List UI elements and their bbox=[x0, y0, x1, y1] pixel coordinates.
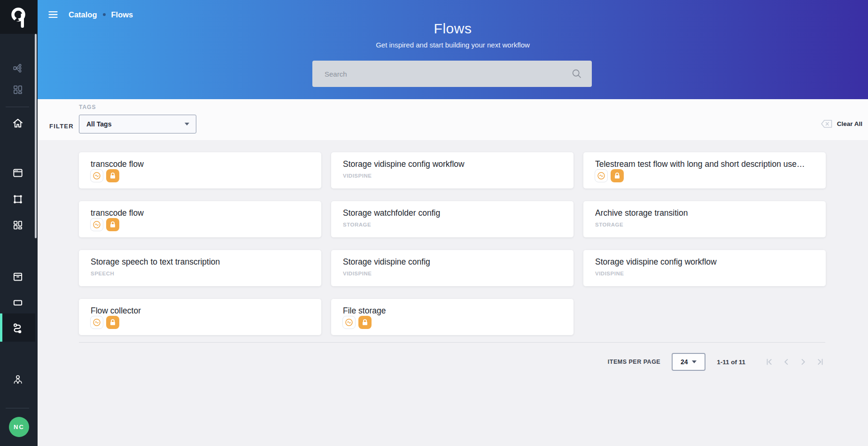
sidebar-item-layout-blocks[interactable] bbox=[0, 84, 35, 96]
users-icon bbox=[12, 373, 24, 385]
clear-all-label: Clear All bbox=[837, 120, 862, 127]
page-subtitle: Get inspired and start building your nex… bbox=[38, 41, 868, 49]
home-icon bbox=[12, 117, 24, 129]
breadcrumb-catalog[interactable]: Catalog bbox=[69, 10, 97, 19]
search-input[interactable] bbox=[312, 70, 571, 78]
archive-box-icon bbox=[12, 271, 24, 283]
page-title: Flows bbox=[38, 21, 868, 37]
flow-card-title: File storage bbox=[343, 306, 564, 316]
items-per-page-label: ITEMS PER PAGE bbox=[608, 359, 660, 365]
flows-grid: transcode flow Storage vidispine config … bbox=[79, 152, 826, 335]
tags-dropdown-value: All Tags bbox=[79, 120, 185, 128]
items-per-page-value: 24 bbox=[681, 358, 688, 366]
wave-circle-icon bbox=[90, 316, 103, 329]
filter-label: FILTER bbox=[49, 123, 74, 130]
flow-card-badges bbox=[595, 169, 624, 182]
sidebar-item-users[interactable] bbox=[0, 373, 35, 385]
route-icon bbox=[12, 321, 24, 334]
tags-dropdown[interactable]: All Tags bbox=[79, 115, 196, 133]
flow-card-tag: VIDISPINE bbox=[343, 271, 372, 276]
sidebar-divider bbox=[6, 107, 29, 107]
sidebar-item-flows-active[interactable] bbox=[0, 313, 35, 342]
sidebar-divider-bottom bbox=[6, 408, 29, 408]
flow-card[interactable]: Storage speech to text transcription SPE… bbox=[79, 250, 321, 286]
flow-card-title: Storage speech to text transcription bbox=[91, 257, 312, 267]
wave-circle-icon bbox=[90, 218, 103, 231]
next-page-button[interactable] bbox=[798, 357, 808, 367]
chevron-left-icon bbox=[782, 357, 791, 367]
sidebar-item-browser-window[interactable] bbox=[0, 167, 35, 179]
flows-catalog-page: NC Catalog Flows Flows Get inspired and … bbox=[0, 0, 868, 446]
flow-card[interactable]: transcode flow bbox=[79, 201, 321, 237]
sidebar-item-panel[interactable] bbox=[0, 297, 35, 309]
flow-card[interactable]: Storage watchfolder config STORAGE bbox=[331, 201, 574, 237]
flow-card-title: transcode flow bbox=[91, 208, 312, 218]
sidebar-item-home[interactable] bbox=[0, 117, 35, 129]
wave-circle-icon bbox=[342, 316, 356, 329]
sidebar-item-artboard[interactable] bbox=[0, 193, 35, 205]
flow-card-badges bbox=[342, 316, 372, 329]
flow-card[interactable]: Archive storage transition STORAGE bbox=[583, 201, 826, 237]
flow-card-title: Archive storage transition bbox=[595, 208, 816, 218]
pagination-bar: ITEMS PER PAGE 24 1-11 of 11 bbox=[79, 345, 825, 378]
breadcrumb-flows[interactable]: Flows bbox=[111, 10, 133, 19]
wave-circle-icon bbox=[90, 169, 103, 182]
flow-card-badges bbox=[90, 316, 119, 329]
chevron-right-icon bbox=[798, 357, 808, 367]
flow-card-tag: STORAGE bbox=[595, 222, 623, 227]
tags-label: TAGS bbox=[79, 104, 96, 110]
sidebar-item-flow-branch[interactable] bbox=[0, 62, 35, 74]
search-box bbox=[312, 61, 592, 87]
page-range-label: 1-11 of 11 bbox=[717, 359, 745, 366]
page-header: Catalog Flows Flows Get inspired and sta… bbox=[38, 0, 868, 99]
clear-all-button[interactable]: Clear All bbox=[821, 119, 862, 129]
flow-card-title: Flow collector bbox=[91, 306, 312, 316]
panel-icon bbox=[12, 297, 24, 309]
menu-icon[interactable] bbox=[47, 8, 59, 21]
sidebar-item-dashboard-blocks[interactable] bbox=[0, 219, 35, 231]
items-per-page-select[interactable]: 24 bbox=[672, 353, 705, 371]
flow-card-title: Storage watchfolder config bbox=[343, 208, 564, 218]
flow-card-title: Telestream test flow with long and short… bbox=[595, 159, 816, 169]
q-logo-icon bbox=[9, 6, 28, 28]
content-area: transcode flow Storage vidispine config … bbox=[38, 140, 868, 446]
pagination-divider bbox=[79, 342, 825, 343]
flow-card[interactable]: Flow collector bbox=[79, 299, 321, 335]
previous-page-button[interactable] bbox=[781, 357, 791, 367]
flow-card[interactable]: Telestream test flow with long and short… bbox=[583, 152, 826, 188]
flow-card[interactable]: Storage vidispine config workflow VIDISP… bbox=[331, 152, 574, 188]
flow-card-tag: STORAGE bbox=[343, 222, 371, 227]
flow-card-tag: VIDISPINE bbox=[343, 173, 372, 179]
sidebar: NC bbox=[0, 0, 38, 446]
flow-card-title: transcode flow bbox=[91, 159, 312, 169]
dashboard-blocks-icon bbox=[12, 219, 24, 231]
flow-card[interactable]: File storage bbox=[331, 299, 574, 335]
flow-card-tag: SPEECH bbox=[91, 271, 114, 276]
flow-card[interactable]: Storage vidispine config workflow VIDISP… bbox=[583, 250, 826, 286]
flow-card-title: Storage vidispine config bbox=[343, 257, 564, 267]
filter-bar: FILTER TAGS All Tags Clear All bbox=[38, 99, 868, 140]
clear-filter-icon bbox=[821, 119, 833, 129]
user-avatar[interactable]: NC bbox=[9, 417, 29, 437]
sidebar-scrollbar[interactable] bbox=[35, 34, 37, 238]
breadcrumb-separator bbox=[103, 13, 106, 16]
chevron-down-icon bbox=[692, 360, 697, 363]
last-page-icon bbox=[815, 357, 825, 367]
flow-card[interactable]: transcode flow bbox=[79, 152, 321, 188]
flow-branch-icon bbox=[12, 62, 24, 74]
first-page-button[interactable] bbox=[764, 357, 775, 367]
flow-card[interactable]: Storage vidispine config VIDISPINE bbox=[331, 250, 574, 286]
search-icon[interactable] bbox=[571, 68, 582, 79]
chevron-down-icon bbox=[185, 123, 189, 125]
sidebar-item-archive[interactable] bbox=[0, 271, 35, 283]
wave-circle-icon bbox=[595, 169, 608, 182]
lock-icon bbox=[106, 316, 119, 329]
lock-icon bbox=[611, 169, 624, 182]
first-page-icon bbox=[765, 357, 774, 367]
artboard-icon bbox=[12, 193, 24, 205]
browser-window-icon bbox=[12, 167, 24, 179]
app-logo[interactable] bbox=[0, 0, 38, 34]
last-page-button[interactable] bbox=[815, 357, 825, 367]
flow-card-title: Storage vidispine config workflow bbox=[595, 257, 816, 267]
lock-icon bbox=[358, 316, 372, 329]
